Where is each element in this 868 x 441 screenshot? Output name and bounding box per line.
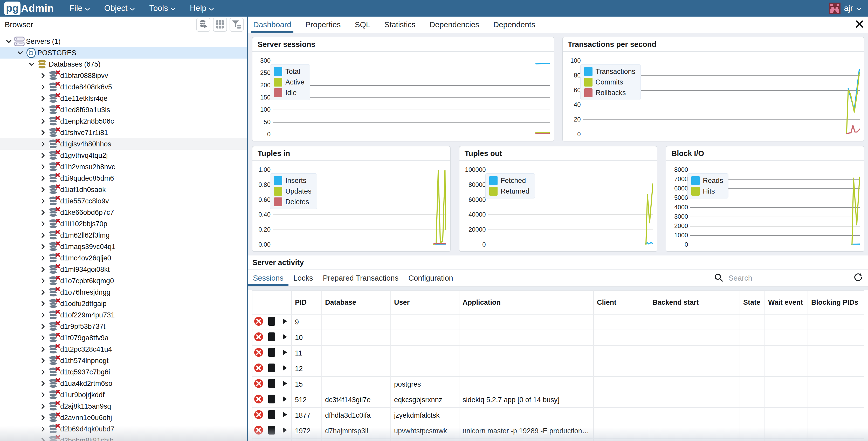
database-quick-view-button[interactable] <box>196 18 210 32</box>
chevron-right-icon[interactable] <box>38 255 48 261</box>
column-header-pid[interactable]: PID <box>292 291 322 314</box>
terminate-button[interactable] <box>266 423 278 439</box>
chevron-right-icon[interactable] <box>38 324 48 329</box>
tree-item-db-d1t079ga8tfv9a[interactable]: d1t079ga8tfv9a <box>0 332 247 344</box>
chevron-right-icon[interactable] <box>38 232 48 238</box>
tree-item-db-d1li102bbjs70p[interactable]: d1li102bbjs70p <box>0 218 247 230</box>
chevron-right-icon[interactable] <box>38 84 48 90</box>
grid-button[interactable] <box>213 18 227 32</box>
chevron-right-icon[interactable] <box>38 267 48 272</box>
column-header-user[interactable]: User <box>391 291 459 314</box>
chevron-right-icon[interactable] <box>38 381 48 386</box>
tree-item-db-d1fshve71r1i81[interactable]: d1fshve71r1i81 <box>0 127 247 138</box>
tree-item-db-d1odfu2dtfgaip[interactable]: d1odfu2dtfgaip <box>0 298 247 309</box>
refresh-button[interactable] <box>848 270 868 286</box>
tree-item-db-d1of229m4pu731[interactable]: d1of229m4pu731 <box>0 309 247 321</box>
chevron-right-icon[interactable] <box>38 403 48 409</box>
chevron-right-icon[interactable] <box>38 164 48 170</box>
chevron-right-icon[interactable] <box>38 426 48 432</box>
tree-item-db-d1ml934goi08kt[interactable]: d1ml934goi08kt <box>0 264 247 275</box>
column-header-backend-start[interactable]: Backend start <box>649 291 740 314</box>
column-header-state[interactable]: State <box>740 291 765 314</box>
activity-tab-locks[interactable]: Locks <box>288 270 318 286</box>
column-header-database[interactable]: Database <box>322 291 391 314</box>
tree-item-db-d1ke66obd6p7c7[interactable]: d1ke66obd6p7c7 <box>0 207 247 218</box>
tree-item-db-d1enpk2n8b506c[interactable]: d1enpk2n8b506c <box>0 115 247 127</box>
terminate-button[interactable] <box>266 314 278 330</box>
expand-details-button[interactable] <box>278 314 292 330</box>
tree-item-databases[interactable]: Databases (675) <box>0 59 247 70</box>
activity-tab-prepared-transactions[interactable]: Prepared Transactions <box>318 270 403 286</box>
expand-details-button[interactable] <box>278 346 292 361</box>
menu-tools[interactable]: Tools <box>149 4 175 13</box>
chevron-right-icon[interactable] <box>38 244 48 249</box>
menu-file[interactable]: File <box>69 4 90 13</box>
tree-item-db-d1gvthvq4tqu2j[interactable]: d1gvthvq4tqu2j <box>0 150 247 161</box>
terminate-button[interactable] <box>266 346 278 361</box>
tab-dependencies[interactable]: Dependencies <box>429 16 480 33</box>
tree-item-db-d2bobm8k81chib[interactable]: d2bobm8k81chib <box>0 435 247 441</box>
menu-help[interactable]: Help <box>190 4 214 13</box>
chevron-down-icon[interactable] <box>27 62 37 66</box>
user-menu[interactable]: ajr <box>829 3 861 14</box>
tree-item-db-d1iaf1dh0saok[interactable]: d1iaf1dh0saok <box>0 184 247 195</box>
tab-properties[interactable]: Properties <box>304 16 342 33</box>
tree-item-db-d1bfar0888ipvv[interactable]: d1bfar0888ipvv <box>0 70 247 81</box>
chevron-right-icon[interactable] <box>38 73 48 78</box>
chevron-right-icon[interactable] <box>38 290 48 295</box>
chevron-right-icon[interactable] <box>38 175 48 181</box>
tree-item-db-d1i9qudec85dm6[interactable]: d1i9qudec85dm6 <box>0 173 247 184</box>
chevron-right-icon[interactable] <box>38 392 48 398</box>
cancel-button[interactable] <box>252 314 266 330</box>
filter-grid-button[interactable] <box>229 18 244 32</box>
chevron-right-icon[interactable] <box>38 187 48 193</box>
chevron-right-icon[interactable] <box>38 141 48 147</box>
tree-item-db-d1gisv4h80hhos[interactable]: d1gisv4h80hhos <box>0 138 247 150</box>
tree-item-db-d2avnn1e0u6ohj[interactable]: d2avnn1e0u6ohj <box>0 412 247 423</box>
tree-item-db-d1tq5937c7bg6i[interactable]: d1tq5937c7bg6i <box>0 366 247 378</box>
chevron-right-icon[interactable] <box>38 198 48 204</box>
chevron-right-icon[interactable] <box>38 369 48 375</box>
tree-item-db-d1cde8408rk6v5[interactable]: d1cde8408rk6v5 <box>0 81 247 93</box>
chevron-right-icon[interactable] <box>38 221 48 227</box>
expand-details-button[interactable] <box>278 423 292 439</box>
cancel-button[interactable] <box>252 361 266 377</box>
chevron-right-icon[interactable] <box>38 130 48 136</box>
activity-tab-sessions[interactable]: Sessions <box>248 270 288 286</box>
column-header-application[interactable]: Application <box>459 291 594 314</box>
chevron-right-icon[interactable] <box>38 152 48 158</box>
chevron-right-icon[interactable] <box>38 96 48 101</box>
expand-details-button[interactable] <box>278 361 292 377</box>
cancel-button[interactable] <box>252 392 266 408</box>
chevron-right-icon[interactable] <box>38 335 48 341</box>
cancel-button[interactable] <box>252 377 266 392</box>
chevron-down-icon[interactable] <box>15 51 25 55</box>
chevron-right-icon[interactable] <box>38 278 48 284</box>
cancel-button[interactable] <box>252 423 266 439</box>
close-icon[interactable] <box>855 20 864 29</box>
chevron-right-icon[interactable] <box>38 210 48 215</box>
terminate-button[interactable] <box>266 408 278 423</box>
expand-details-button[interactable] <box>278 330 292 346</box>
chevron-down-icon[interactable] <box>4 40 14 43</box>
cancel-button[interactable] <box>252 408 266 423</box>
tree-item-db-d1mc4ov26qlje0[interactable]: d1mc4ov26qlje0 <box>0 252 247 264</box>
tree-item-db-d1ua4kd2rtm6so[interactable]: d1ua4kd2rtm6so <box>0 378 247 389</box>
tree-item-db-d1maqs39vc04q1[interactable]: d1maqs39vc04q1 <box>0 241 247 252</box>
expand-details-button[interactable] <box>278 392 292 408</box>
tree-item-db-d2aj8k115an9sq[interactable]: d2aj8k115an9sq <box>0 401 247 412</box>
tree-item-db-d1ed8f69a1u3ls[interactable]: d1ed8f69a1u3ls <box>0 104 247 115</box>
chevron-right-icon[interactable] <box>38 301 48 307</box>
column-header-client[interactable]: Client <box>594 291 649 314</box>
tab-sql[interactable]: SQL <box>354 16 371 33</box>
tree-item-servers[interactable]: Servers (1) <box>0 36 247 47</box>
expand-details-button[interactable] <box>278 377 292 392</box>
chevron-right-icon[interactable] <box>38 312 48 318</box>
tree-item-db-d1th574lnpnogt[interactable]: d1th574lnpnogt <box>0 355 247 366</box>
chevron-right-icon[interactable] <box>38 107 48 113</box>
menu-object[interactable]: Object <box>104 4 135 13</box>
tab-dependents[interactable]: Dependents <box>492 16 536 33</box>
terminate-button[interactable] <box>266 361 278 377</box>
tree-item-db-d1ur9bojrjkddf[interactable]: d1ur9bojrjkddf <box>0 389 247 401</box>
terminate-button[interactable] <box>266 330 278 346</box>
